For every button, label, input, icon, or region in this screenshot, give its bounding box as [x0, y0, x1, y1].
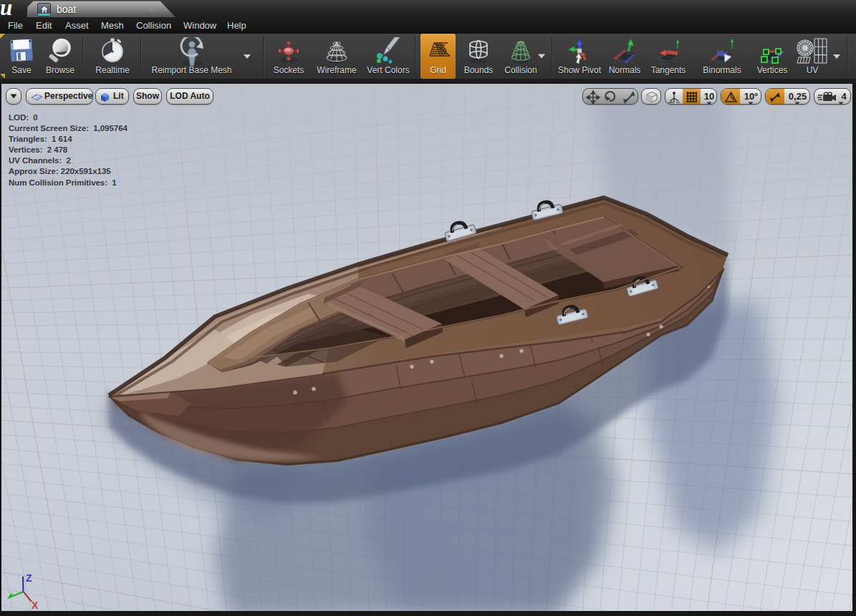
svg-text:X: X: [32, 600, 39, 611]
svg-text:Z: Z: [26, 572, 32, 584]
